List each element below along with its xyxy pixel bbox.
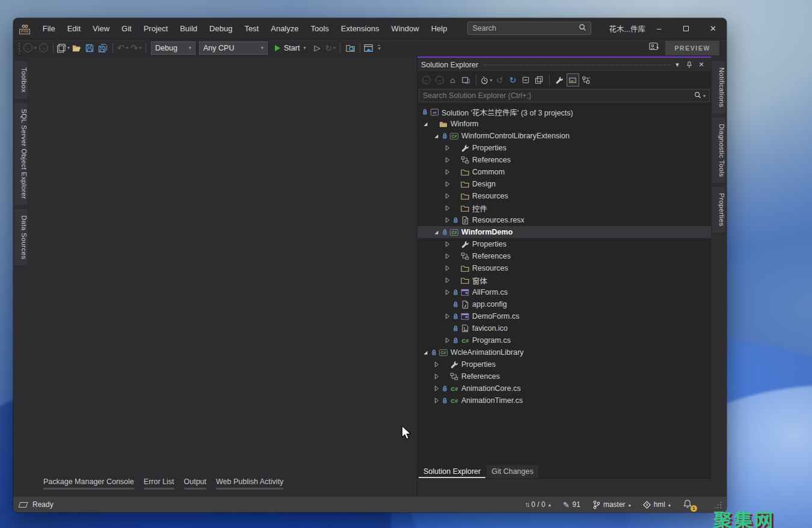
tree-item[interactable]: Resources (417, 262, 711, 274)
bottom-tab-web-publish-activity[interactable]: Web Publish Activity (216, 477, 283, 490)
menu-item-extensions[interactable]: Extensions (335, 18, 386, 38)
se-toolbar-se-switch-views[interactable] (460, 73, 472, 87)
side-tab-properties[interactable]: Properties (712, 187, 725, 232)
panel-tab-solution-explorer[interactable]: Solution Explorer (419, 465, 485, 478)
status-repo[interactable]: hml▴ (643, 500, 671, 509)
side-tab-notifications[interactable]: Notifications (712, 61, 725, 114)
tree-item[interactable]: 控件 (417, 202, 711, 214)
menu-item-file[interactable]: File (37, 18, 61, 38)
tree-item[interactable]: Winform (417, 118, 711, 130)
expand-arrow-icon[interactable] (443, 289, 452, 295)
tree-item[interactable]: Properties (417, 358, 711, 370)
tree-item[interactable]: C#AnimationCore.cs (417, 382, 711, 394)
toolbar-grip[interactable] (18, 43, 21, 54)
tree-item[interactable]: ∞Solution '花木兰控件库' (3 of 3 projects) (417, 106, 711, 118)
se-toolbar-se-sync-active-document[interactable]: + (580, 73, 592, 87)
background-task-icon[interactable] (19, 502, 28, 508)
toolbar-button-save[interactable] (83, 41, 96, 55)
collapse-arrow-icon[interactable] (432, 230, 441, 235)
configuration-combo[interactable]: Debug ▾ (151, 41, 195, 55)
window-position-icon[interactable]: ▾ (671, 59, 683, 71)
tree-item[interactable]: C#WcleAnimationLibrary (417, 346, 711, 358)
tree-item[interactable]: AllForm.cs (417, 286, 711, 298)
tree-item[interactable]: Commom (417, 166, 711, 178)
status-pending-edits[interactable]: ✎91 (563, 500, 580, 509)
editor-well[interactable] (29, 57, 417, 477)
menu-item-project[interactable]: Project (138, 18, 174, 38)
tree-item[interactable]: DemoForm.cs (417, 310, 711, 322)
minimize-button[interactable]: – (645, 18, 672, 38)
search-input[interactable]: Search (467, 22, 591, 35)
toolbar-button-find-in-files[interactable] (343, 41, 357, 55)
tree-item[interactable]: Design (417, 178, 711, 190)
tree-item[interactable]: app.config (417, 298, 711, 310)
tree-item[interactable]: 窗体 (417, 274, 711, 286)
tree-item[interactable]: C#WinformControlLibraryExtension (417, 130, 711, 142)
expand-arrow-icon[interactable] (443, 205, 452, 211)
tree-item[interactable]: References (417, 250, 711, 262)
expand-arrow-icon[interactable] (443, 181, 452, 187)
expand-arrow-icon[interactable] (443, 145, 452, 151)
menu-item-help[interactable]: Help (425, 18, 454, 38)
menu-item-debug[interactable]: Debug (203, 18, 238, 38)
se-toolbar-se-show-all-files[interactable] (533, 73, 546, 87)
menu-item-test[interactable]: Test (238, 18, 265, 38)
side-tab-data-sources[interactable]: Data Sources (14, 209, 28, 265)
toolbar-button-new-project[interactable]: +▾ (57, 41, 70, 55)
start-debugging-button[interactable]: Start ▾ (269, 41, 310, 55)
toolbar-button-start-without-debugging[interactable]: ▷ (310, 41, 324, 55)
panel-tab-git-changes[interactable]: Git Changes (487, 465, 538, 478)
expand-arrow-icon[interactable] (443, 193, 452, 199)
close-button[interactable]: ✕ (700, 18, 727, 38)
feedback-icon[interactable] (649, 42, 659, 54)
expand-arrow-icon[interactable] (443, 157, 452, 163)
expand-arrow-icon[interactable] (432, 361, 441, 367)
menu-item-build[interactable]: Build (174, 18, 203, 38)
expand-arrow-icon[interactable] (443, 313, 452, 319)
se-toolbar-se-preview-selected[interactable] (567, 73, 579, 87)
tree-item[interactable]: Properties (417, 142, 711, 154)
se-toolbar-se-home[interactable]: ⌂ (446, 73, 459, 87)
expand-arrow-icon[interactable] (443, 169, 452, 175)
collapse-arrow-icon[interactable] (421, 350, 430, 355)
toolbar-button-save-all[interactable] (96, 41, 109, 55)
se-toolbar-se-collapse-all[interactable] (520, 73, 532, 87)
se-toolbar-se-properties[interactable] (553, 73, 566, 87)
expand-arrow-icon[interactable] (432, 373, 441, 379)
menu-item-view[interactable]: View (87, 18, 115, 38)
tree-item[interactable]: References (417, 370, 711, 382)
maximize-button[interactable] (672, 18, 700, 38)
tree-item[interactable]: C#Program.cs (417, 334, 711, 346)
tree-item[interactable]: favicon.ico (417, 322, 711, 334)
toolbar-button-open-file[interactable] (70, 41, 83, 55)
menu-item-window[interactable]: Window (385, 18, 425, 38)
bottom-tab-error-list[interactable]: Error List (144, 477, 174, 490)
toolbar-button-browse-home[interactable]: ▾ (363, 41, 380, 55)
expand-arrow-icon[interactable] (443, 253, 452, 259)
expand-arrow-icon[interactable] (443, 217, 452, 223)
panel-drag-texture[interactable] (483, 64, 671, 67)
preview-channel-button[interactable]: PREVIEW (665, 41, 719, 55)
expand-arrow-icon[interactable] (432, 398, 441, 404)
tree-item[interactable]: C#WinformDemo (417, 226, 711, 238)
status-commits[interactable]: ↑↓0 / 0▴ (524, 500, 550, 509)
tree-item[interactable]: Properties (417, 238, 711, 250)
bottom-tab-package-manager-console[interactable]: Package Manager Console (43, 477, 134, 490)
toolbar-overflow-icon[interactable]: ▾ (378, 45, 380, 51)
tree-item[interactable]: C#AnimationTimer.cs (417, 394, 711, 407)
side-tab-diagnostic-tools[interactable]: Diagnostic Tools (712, 118, 725, 183)
expand-arrow-icon[interactable] (443, 241, 452, 247)
side-tab-toolbox[interactable]: Toolbox (14, 61, 28, 99)
notifications-bell[interactable]: 1 (683, 499, 695, 510)
collapse-arrow-icon[interactable] (432, 134, 441, 139)
tree-item[interactable]: Resources.resx (417, 214, 711, 226)
expand-arrow-icon[interactable] (432, 385, 441, 391)
pin-icon[interactable] (683, 59, 695, 71)
menu-item-analyze[interactable]: Analyze (265, 18, 304, 38)
close-icon[interactable]: ✕ (695, 59, 707, 71)
platform-combo[interactable]: Any CPU ▾ (199, 41, 268, 55)
side-tab-sql-server-object-explorer[interactable]: SQL Server Object Explorer (14, 103, 28, 205)
se-toolbar-se-pending-filter[interactable]: ▾ (480, 73, 493, 87)
tree-item[interactable]: References (417, 154, 711, 166)
expand-arrow-icon[interactable] (443, 337, 452, 343)
